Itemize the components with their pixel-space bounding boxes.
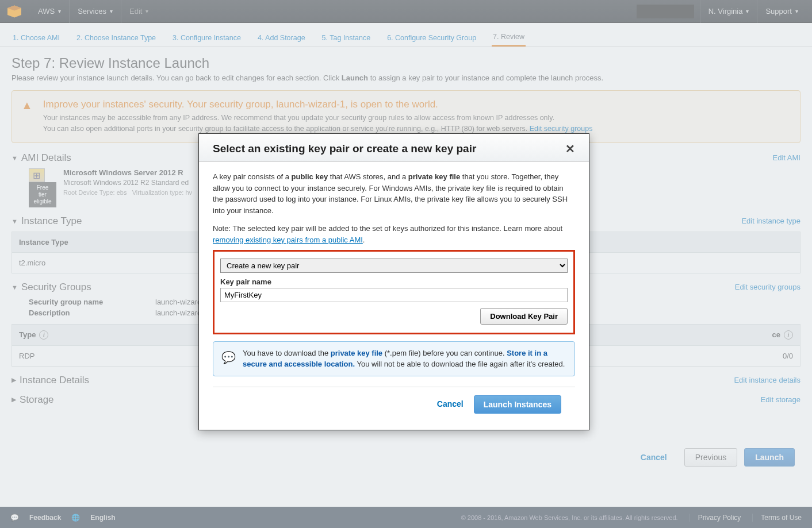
launch-instances-button[interactable]: Launch Instances [474,395,561,414]
key-pair-form: Create a new key pair Key pair name Down… [213,250,575,334]
remove-keypairs-link[interactable]: removing existing key pairs from a publi… [213,236,363,244]
key-pair-name-input[interactable] [220,288,568,302]
key-pair-modal: Select an existing key pair or create a … [198,133,589,430]
chat-icon: 💬 [221,349,236,370]
download-info-box: 💬 You have to download the private key f… [213,341,575,376]
modal-paragraph-1: A key pair consists of a public key that… [213,171,575,216]
modal-title: Select an existing key pair or create a … [213,142,476,155]
key-pair-mode-select[interactable]: Create a new key pair [220,259,568,273]
close-icon[interactable]: ✕ [565,142,575,156]
key-pair-name-label: Key pair name [220,276,568,288]
modal-paragraph-2: Note: The selected key pair will be adde… [213,223,575,245]
download-key-pair-button[interactable]: Download Key Pair [480,308,568,325]
modal-cancel-button[interactable]: Cancel [437,398,464,410]
